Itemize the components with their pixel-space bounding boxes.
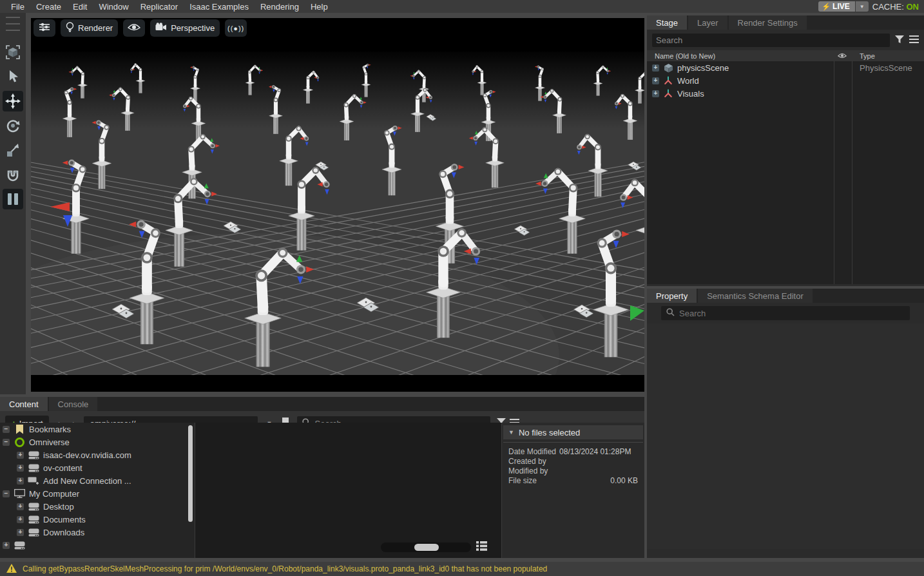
tree-item-partial[interactable]: +	[0, 539, 187, 552]
pause-tool-button[interactable]	[3, 189, 23, 209]
viewport[interactable]: Renderer Perspective ((●))	[31, 18, 644, 392]
tree-item-ov-content[interactable]: +ov-content	[0, 461, 187, 474]
menu-item-help[interactable]: Help	[305, 2, 334, 12]
expand-icon[interactable]: +	[17, 516, 24, 523]
stage-tabbar: StageLayerRender Settings	[647, 15, 924, 30]
type-column-header: Type	[860, 52, 875, 60]
expand-icon[interactable]: −	[3, 426, 10, 433]
broadcast-button[interactable]: ((●))	[225, 19, 247, 37]
tree-item-downloads[interactable]: +Downloads	[0, 526, 187, 539]
expand-icon[interactable]: +	[652, 77, 659, 84]
visibility-menu-button[interactable]	[123, 19, 145, 37]
live-dropdown-button[interactable]: ▼	[856, 1, 869, 12]
stage-options-icon[interactable]	[909, 35, 919, 45]
menu-item-replicator[interactable]: Replicator	[135, 2, 184, 12]
tree-item-isaac-dev-ov-nvidia-com[interactable]: +isaac-dev.ov.nvidia.com	[0, 448, 187, 461]
filter-icon[interactable]	[895, 35, 904, 46]
detail-value: 0.00 KB	[610, 476, 638, 486]
cache-status: CACHE: ON	[872, 2, 921, 12]
tree-item-desktop[interactable]: +Desktop	[0, 500, 187, 513]
menu-item-rendering[interactable]: Rendering	[255, 2, 305, 12]
stage-column-headers[interactable]: Name (Old to New) Type	[647, 50, 924, 61]
stage-row-visuals[interactable]: +Visuals	[647, 87, 924, 100]
detail-file-size: File size0.00 KB	[508, 476, 638, 486]
tree-item-omniverse[interactable]: −Omniverse	[0, 436, 187, 448]
tree-item-documents[interactable]: +Documents	[0, 513, 187, 526]
property-search-input[interactable]: Search	[661, 306, 910, 320]
renderer-menu-button[interactable]: Renderer	[61, 19, 118, 37]
live-sync-button[interactable]: ⚡ LIVE	[818, 1, 854, 12]
content-tab-console[interactable]: Console	[49, 397, 99, 411]
details-header[interactable]: ▼ No files selected	[503, 425, 643, 439]
property-tab-semantics-schema-editor[interactable]: Semantics Schema Editor	[698, 289, 814, 303]
lightning-icon: ⚡	[822, 3, 831, 11]
select-box-tool-button[interactable]	[3, 42, 23, 62]
scale-tool-button[interactable]	[3, 140, 23, 160]
content-tabbar: ContentConsole	[0, 397, 644, 411]
expand-icon[interactable]: +	[3, 542, 10, 549]
eye-icon	[128, 23, 140, 34]
move-tool-button[interactable]	[3, 91, 23, 111]
cursor-tool-button[interactable]	[3, 66, 23, 87]
viewport-toolbar: Renderer Perspective ((●))	[34, 19, 247, 37]
expand-icon[interactable]: +	[652, 90, 659, 97]
status-message: Calling getBypassRenderSkelMeshProcessin…	[23, 564, 547, 573]
server-icon	[28, 515, 39, 524]
stage-panel: StageLayerRender Settings Search Name (O…	[647, 15, 924, 286]
tree-item-label: Documents	[43, 515, 86, 524]
file-grid-area[interactable]	[195, 423, 501, 558]
menu-item-isaac-examples[interactable]: Isaac Examples	[184, 2, 255, 12]
stage-tab-stage[interactable]: Stage	[647, 15, 688, 30]
expand-icon[interactable]: +	[17, 477, 24, 485]
menu-item-edit[interactable]: Edit	[67, 2, 93, 12]
snap-icon	[6, 168, 20, 182]
expand-icon[interactable]: −	[3, 439, 10, 446]
expand-icon[interactable]: +	[17, 529, 24, 536]
cursor-icon	[6, 70, 19, 84]
camera-menu-button[interactable]: Perspective	[150, 19, 220, 37]
detail-label: File size	[508, 476, 537, 486]
tree-item-bookmarks[interactable]: −Bookmarks	[0, 423, 187, 436]
expand-icon[interactable]: +	[17, 503, 24, 510]
expand-icon[interactable]: +	[17, 465, 24, 472]
tree-scrollbar[interactable]	[187, 423, 195, 558]
viewport-settings-button[interactable]	[34, 19, 55, 37]
omniverse-icon	[14, 437, 25, 447]
menu-item-create[interactable]: Create	[30, 2, 67, 12]
file-details-pane: ▼ No files selected Date Modified08/13/2…	[501, 423, 644, 558]
stage-row-world[interactable]: +World	[647, 74, 924, 87]
detail-value: 08/13/2024 01:28PM	[559, 447, 631, 457]
stage-search-input[interactable]: Search	[652, 34, 890, 47]
stage-tab-render-settings[interactable]: Render Settings	[729, 15, 808, 30]
content-tab-content[interactable]: Content	[0, 397, 49, 411]
tree-item-label: Downloads	[43, 528, 84, 537]
sliders-icon	[39, 22, 50, 34]
expand-icon[interactable]: +	[17, 452, 24, 459]
menu-item-window[interactable]: Window	[93, 2, 134, 12]
monitor-icon	[14, 489, 25, 498]
toolbar-grip-handle[interactable]	[6, 17, 20, 31]
name-column-header: Name (Old to New)	[647, 52, 715, 60]
detail-created-by: Created by	[508, 457, 638, 466]
viewport-3d-scene[interactable]	[31, 34, 644, 375]
thumbnail-size-slider[interactable]	[381, 542, 471, 552]
tree-item-label: ov-content	[43, 463, 82, 473]
property-tabbar: PropertySemantics Schema Editor	[647, 289, 924, 303]
snap-tool-button[interactable]	[3, 164, 23, 185]
server-icon	[28, 528, 39, 537]
stage-row-physicsscene[interactable]: +physicsScenePhysicsScene	[647, 61, 924, 74]
cube-icon	[663, 63, 673, 73]
prim-name: physicsScene	[677, 63, 729, 73]
expand-icon[interactable]: +	[652, 64, 659, 72]
tree-item-my-computer[interactable]: −My Computer	[0, 487, 187, 500]
grid-view-icon[interactable]	[476, 541, 487, 553]
stage-tab-layer[interactable]: Layer	[688, 15, 729, 30]
tree-item-add-new-connection[interactable]: +Add New Connection ...	[0, 474, 187, 487]
property-tab-property[interactable]: Property	[647, 289, 698, 303]
rotate-tool-button[interactable]	[3, 115, 23, 136]
prim-type: PhysicsScene	[860, 63, 912, 73]
server-icon	[28, 464, 39, 472]
expand-icon[interactable]: −	[3, 490, 10, 497]
slider-thumb[interactable]	[414, 544, 439, 551]
menu-item-file[interactable]: File	[5, 2, 30, 12]
